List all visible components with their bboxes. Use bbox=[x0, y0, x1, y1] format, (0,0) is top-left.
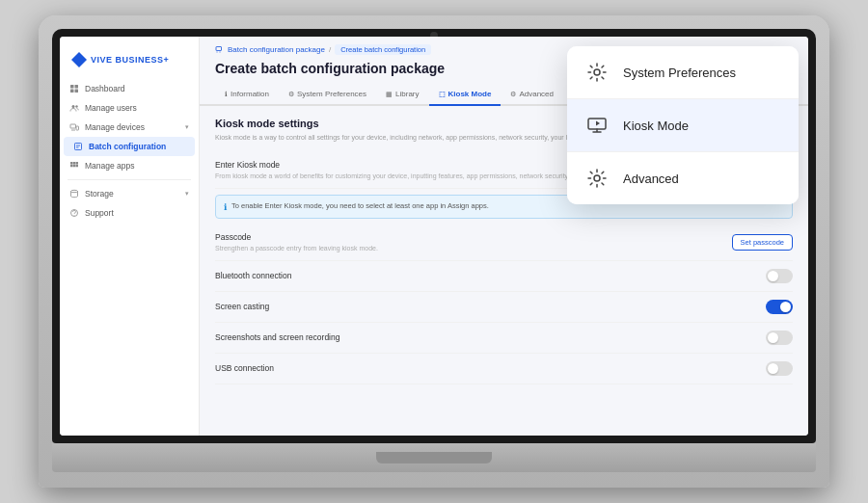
dropdown-gear-icon-1 bbox=[584, 60, 610, 85]
set-passcode-button[interactable]: Set passcode bbox=[732, 234, 793, 251]
logo-icon bbox=[71, 52, 87, 67]
svg-point-5 bbox=[75, 105, 77, 107]
svg-point-21 bbox=[594, 175, 600, 181]
apps-icon bbox=[69, 161, 79, 171]
advanced-icon: ⚙ bbox=[510, 91, 516, 98]
dropdown-label-system-prefs: System Preferences bbox=[623, 66, 736, 80]
dropdown-gear-icon-2 bbox=[584, 166, 610, 191]
svg-rect-12 bbox=[70, 165, 73, 168]
svg-rect-10 bbox=[73, 162, 76, 165]
info-icon: ℹ bbox=[224, 202, 227, 212]
tab-label-library: Library bbox=[395, 90, 419, 98]
sidebar-item-storage[interactable]: Storage ▾ bbox=[60, 184, 199, 203]
sidebar-divider bbox=[68, 179, 191, 180]
sidebar-item-batch[interactable]: Batch configuration bbox=[64, 137, 195, 156]
svg-point-15 bbox=[71, 190, 78, 192]
tab-label-kiosk: Kiosk Mode bbox=[448, 90, 492, 98]
svg-point-4 bbox=[72, 105, 75, 108]
tab-system-preferences[interactable]: ⚙ System Preferences bbox=[279, 84, 376, 106]
svg-point-17 bbox=[74, 215, 75, 216]
tab-advanced[interactable]: ⚙ Advanced bbox=[501, 84, 563, 106]
sidebar-label-storage: Storage bbox=[85, 189, 114, 199]
tab-information[interactable]: ℹ Information bbox=[215, 84, 279, 106]
breadcrumb-current: Create batch configuration bbox=[335, 44, 431, 55]
tab-kiosk-mode[interactable]: ⬚ Kiosk Mode bbox=[429, 84, 502, 106]
logo-text: VIVE BUSINESS+ bbox=[91, 55, 169, 65]
laptop-notch bbox=[376, 452, 492, 463]
screen-casting-label: Screen casting bbox=[215, 302, 269, 311]
sidebar: VIVE BUSINESS+ Dashboard bbox=[60, 37, 200, 436]
svg-rect-1 bbox=[75, 85, 79, 89]
information-icon: ℹ bbox=[225, 91, 228, 98]
sidebar-item-manage-devices[interactable]: Manage devices ▾ bbox=[60, 118, 199, 137]
devices-arrow: ▾ bbox=[185, 123, 189, 131]
setting-row-usb: USB connection bbox=[215, 354, 793, 384]
dropdown-item-advanced[interactable]: Advanced bbox=[567, 152, 799, 204]
sidebar-item-manage-users[interactable]: Manage users bbox=[60, 98, 199, 118]
screenshots-label: Screenshots and screen recording bbox=[215, 332, 339, 342]
setting-row-bluetooth: Bluetooth connection bbox=[215, 261, 793, 292]
support-icon bbox=[69, 208, 79, 218]
breadcrumb-separator: / bbox=[329, 45, 331, 54]
dashboard-icon bbox=[69, 84, 79, 93]
sidebar-label-support: Support bbox=[85, 208, 114, 218]
svg-rect-0 bbox=[70, 85, 74, 89]
laptop-outer: VIVE BUSINESS+ Dashboard bbox=[39, 15, 829, 488]
kiosk-icon: ⬚ bbox=[439, 91, 446, 98]
sidebar-label-apps: Manage apps bbox=[85, 161, 135, 171]
sidebar-label-users: Manage users bbox=[85, 103, 137, 113]
passcode-label: Passcode bbox=[215, 232, 378, 242]
sidebar-label-devices: Manage devices bbox=[85, 122, 145, 132]
svg-rect-6 bbox=[70, 124, 76, 128]
screenshots-toggle[interactable] bbox=[766, 331, 793, 345]
svg-rect-9 bbox=[70, 162, 73, 165]
tab-library[interactable]: ▦ Library bbox=[376, 84, 428, 106]
screen-casting-toggle[interactable] bbox=[766, 300, 793, 314]
breadcrumb-parent[interactable]: Batch configuration package bbox=[228, 45, 325, 54]
tab-label-advanced: Advanced bbox=[519, 90, 554, 98]
batch-icon bbox=[73, 142, 83, 151]
svg-rect-8 bbox=[75, 144, 82, 150]
bluetooth-toggle[interactable] bbox=[766, 269, 793, 283]
breadcrumb-icon bbox=[215, 45, 224, 54]
svg-rect-18 bbox=[216, 47, 222, 51]
svg-rect-3 bbox=[75, 90, 79, 93]
users-icon bbox=[69, 103, 79, 113]
bluetooth-label: Bluetooth connection bbox=[215, 271, 291, 280]
laptop-base bbox=[52, 443, 816, 472]
dropdown-item-kiosk-mode[interactable]: Kiosk Mode bbox=[567, 99, 799, 151]
setting-row-screenshots: Screenshots and screen recording bbox=[215, 323, 793, 354]
dropdown-menu: System Preferences Kiosk Mode bbox=[567, 46, 799, 204]
storage-arrow: ▾ bbox=[185, 190, 189, 198]
storage-icon bbox=[69, 189, 79, 199]
tab-label-system-prefs: System Preferences bbox=[297, 90, 366, 98]
sidebar-item-apps[interactable]: Manage apps bbox=[60, 156, 199, 175]
screen-bezel: VIVE BUSINESS+ Dashboard bbox=[52, 29, 816, 443]
svg-rect-14 bbox=[76, 165, 79, 168]
svg-rect-11 bbox=[76, 162, 79, 165]
passcode-label-group: Passcode Strengthen a passcode entry fro… bbox=[215, 232, 378, 252]
dropdown-label-advanced: Advanced bbox=[623, 172, 679, 186]
setting-row-passcode: Passcode Strengthen a passcode entry fro… bbox=[215, 225, 793, 261]
sidebar-nav: Dashboard Manage users bbox=[60, 79, 199, 223]
info-box-text: To enable Enter Kiosk mode, you need to … bbox=[231, 201, 489, 212]
dropdown-kiosk-icon bbox=[584, 113, 610, 138]
passcode-sub: Strengthen a passcode entry from leaving… bbox=[215, 244, 378, 252]
tab-label-information: Information bbox=[231, 90, 269, 98]
svg-point-19 bbox=[594, 69, 600, 75]
sidebar-item-support[interactable]: Support bbox=[60, 203, 199, 223]
system-pref-icon: ⚙ bbox=[288, 91, 294, 98]
setting-row-screen-casting: Screen casting bbox=[215, 292, 793, 323]
library-icon: ▦ bbox=[386, 91, 393, 98]
usb-label: USB connection bbox=[215, 363, 274, 373]
sidebar-item-dashboard[interactable]: Dashboard bbox=[60, 79, 199, 98]
sidebar-label-batch: Batch configuration bbox=[89, 142, 166, 151]
devices-icon bbox=[69, 122, 79, 132]
logo: VIVE BUSINESS+ bbox=[60, 44, 199, 79]
svg-rect-7 bbox=[76, 126, 79, 130]
dropdown-label-kiosk: Kiosk Mode bbox=[623, 119, 689, 133]
usb-toggle[interactable] bbox=[766, 361, 793, 376]
dropdown-item-system-preferences[interactable]: System Preferences bbox=[567, 46, 799, 98]
svg-rect-2 bbox=[70, 90, 74, 93]
sidebar-label-dashboard: Dashboard bbox=[85, 84, 125, 93]
